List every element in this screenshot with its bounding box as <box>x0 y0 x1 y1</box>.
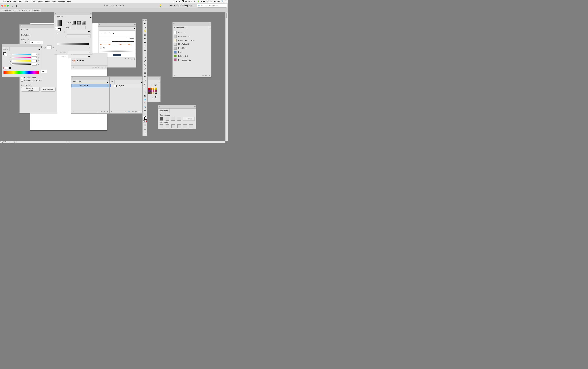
close-icon[interactable]: ✕ <box>143 20 144 21</box>
zoom-dropdown-icon[interactable]: ⌄ <box>8 141 10 143</box>
stroke-options-icon[interactable]: ≡ <box>128 58 129 60</box>
horizontal-scrollbar[interactable]: ▶ ◀ <box>66 141 225 143</box>
lasso-tool[interactable]: ➰ <box>143 33 147 37</box>
aspect-select[interactable] <box>67 34 91 38</box>
reverse-gradient-icon[interactable]: ⇄ <box>56 32 58 35</box>
close-icon[interactable]: ✕ <box>173 23 175 25</box>
close-icon[interactable]: ✕ <box>72 77 73 79</box>
menu-view[interactable]: View <box>52 0 56 2</box>
menu-edit[interactable]: Edit <box>19 0 21 2</box>
magic-wand-tool[interactable]: ✨ <box>143 29 147 33</box>
shape-builder-tool[interactable]: ⬚ <box>143 90 147 93</box>
brush-scribble[interactable] <box>99 43 135 46</box>
collapse-icon[interactable]: ◂◂ <box>158 77 160 79</box>
yellow-slider[interactable] <box>12 60 31 62</box>
graphic-styles-tab[interactable]: Graphic Styles <box>172 26 188 30</box>
menu-type[interactable]: Type <box>31 0 35 2</box>
vertical-scrollbar[interactable] <box>225 12 228 141</box>
panel-menu-icon[interactable]: ☰ <box>207 26 211 30</box>
expand-layer-icon[interactable]: ▸ <box>112 85 113 87</box>
move-up-icon[interactable]: ▲ <box>97 111 99 113</box>
close-icon[interactable]: ✕ <box>159 106 160 108</box>
freeform-gradient-button[interactable] <box>82 21 86 25</box>
exclude-button[interactable] <box>177 117 181 121</box>
clock[interactable]: Vr 11:40 <box>201 0 208 2</box>
visibility-icon[interactable] <box>110 84 111 87</box>
graphic-style-row[interactable]: Round Corners 2 pt <box>172 38 211 42</box>
screen-mode-button[interactable]: ▢ <box>143 127 147 130</box>
delete-brush-icon[interactable]: 🗑 <box>134 58 136 60</box>
black-input[interactable] <box>32 63 37 66</box>
rotate-tool[interactable]: ↻ <box>143 75 147 78</box>
search-layer-icon[interactable]: 🔍 <box>128 111 130 113</box>
collapse-icon[interactable]: ◂◂ <box>134 24 136 25</box>
panel-menu-icon[interactable]: ☰ <box>89 15 92 19</box>
locate-icon[interactable]: ⬈ <box>125 111 126 113</box>
divide-button[interactable] <box>160 124 163 128</box>
preferences-button[interactable]: Preferences <box>41 87 55 92</box>
white-swatch[interactable] <box>6 67 8 69</box>
radial-gradient-button[interactable] <box>77 21 81 25</box>
black-slider[interactable] <box>12 63 31 65</box>
move-down-icon[interactable]: ▼ <box>100 111 102 113</box>
prev-artboard-icon[interactable]: ◀ <box>13 141 15 143</box>
scroll-left-icon[interactable]: ▶ <box>66 141 67 143</box>
color-mode-buttons[interactable] <box>143 120 147 122</box>
panel-menu-icon[interactable]: ☰ <box>158 81 160 82</box>
pencil-tool[interactable]: ✎ <box>143 63 147 67</box>
graphic-style-row[interactable]: Live Reflect X <box>172 42 211 46</box>
expand-button[interactable]: Expand <box>183 117 194 121</box>
artboard-row[interactable]: 1 Artboard 1 ▫ <box>71 84 109 87</box>
search-icon[interactable]: 🔍 <box>221 0 223 2</box>
brush-basic[interactable]: Basic <box>99 36 135 40</box>
new-brush-icon[interactable]: ⊞ <box>131 58 132 60</box>
menu-window[interactable]: Window <box>58 0 65 2</box>
close-icon[interactable]: ✕ <box>99 24 100 26</box>
direct-selection-tool[interactable] <box>143 25 147 29</box>
graphic-style-row[interactable]: [Default] <box>172 30 211 34</box>
graphic-style-row[interactable]: Pompadour_GS <box>172 58 211 62</box>
line-tool[interactable]: ╱ <box>143 44 147 48</box>
close-tab-icon[interactable]: ✕ <box>2 10 3 11</box>
make-clip-icon[interactable]: ▭ <box>132 111 133 113</box>
location-select[interactable] <box>68 55 91 58</box>
reflect-tool[interactable]: ⟳ <box>143 78 147 82</box>
menu-effect[interactable]: Effect <box>45 0 50 2</box>
minus-back-button[interactable] <box>189 124 193 128</box>
merge-button[interactable] <box>172 124 175 128</box>
scale-corners-checkbox[interactable] <box>21 77 23 79</box>
first-artboard-icon[interactable]: ⏮ <box>10 141 13 143</box>
new-artboard-icon[interactable]: ⊞ <box>104 111 105 113</box>
list-view-icon[interactable]: ☰ <box>151 84 153 86</box>
gradient-fill-stroke[interactable] <box>56 27 61 31</box>
toggle-fill-stroke[interactable]: ⤭ ↶ <box>143 113 147 115</box>
color-tab[interactable]: Color <box>2 47 10 51</box>
swatch-grid[interactable] <box>148 87 161 94</box>
opacity-select[interactable] <box>68 51 91 54</box>
artboard-nav-select[interactable] <box>47 45 51 49</box>
list-icon[interactable]: ☰ <box>225 0 226 2</box>
panel-menu-icon[interactable]: ☰ <box>193 109 196 113</box>
graphic-style-row[interactable]: Foliage_GS <box>172 54 211 58</box>
close-icon[interactable]: ✕ <box>2 45 4 46</box>
graphic-style-row[interactable]: Bevel Soft <box>172 46 211 50</box>
stroke-across-button[interactable] <box>82 26 86 29</box>
pathfinder-tab[interactable]: Pathfinder <box>158 109 170 113</box>
minimize-window[interactable] <box>4 5 6 7</box>
pen-tool[interactable]: ✒ <box>143 37 147 40</box>
prev-artboard-icon[interactable]: ◀ <box>52 46 53 48</box>
outline-button[interactable] <box>183 124 187 128</box>
yellow-input[interactable] <box>32 60 37 62</box>
menu-file[interactable]: File <box>13 0 16 2</box>
delete-style-icon[interactable]: 🗑 <box>208 74 210 77</box>
gradient-preview[interactable] <box>56 20 62 26</box>
collapse-icon[interactable]: ◂◂ <box>90 12 91 14</box>
remove-stroke-icon[interactable]: ✕ <box>125 58 126 60</box>
scale-tool[interactable]: ⤢ <box>143 82 147 86</box>
scissors-tool[interactable]: ✂ <box>143 101 147 105</box>
blob-brush-tool[interactable]: 🖍 <box>143 60 147 63</box>
fill-stroke-toggle[interactable] <box>3 52 7 56</box>
minus-front-button[interactable] <box>165 117 169 121</box>
unite-button[interactable] <box>160 117 163 121</box>
paintbrush-tool[interactable]: 🖌 <box>143 56 147 59</box>
